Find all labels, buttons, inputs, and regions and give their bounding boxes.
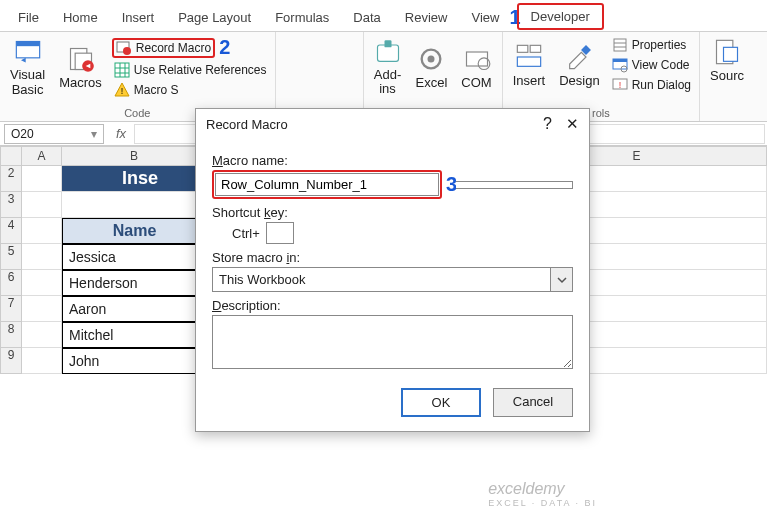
tab-pagelayout[interactable]: Page Layout xyxy=(166,6,263,29)
record-macro-label: Record Macro xyxy=(136,41,211,55)
tab-insert[interactable]: Insert xyxy=(110,6,167,29)
shortcut-prefix: Ctrl+ xyxy=(232,226,260,241)
source-icon xyxy=(713,38,741,66)
row-head[interactable]: 5 xyxy=(0,244,22,270)
cell[interactable] xyxy=(22,244,62,270)
visual-basic-label: Visual Basic xyxy=(10,68,45,97)
cell[interactable] xyxy=(22,218,62,244)
addins-button[interactable]: Add- ins xyxy=(370,36,406,99)
tab-data[interactable]: Data xyxy=(341,6,392,29)
addins-label: Add- ins xyxy=(374,68,401,97)
table-cell-name[interactable]: John xyxy=(62,348,207,374)
cell[interactable] xyxy=(22,270,62,296)
cell[interactable] xyxy=(22,296,62,322)
insert-control-button[interactable]: Insert xyxy=(509,36,550,94)
select-all-corner[interactable] xyxy=(0,146,22,166)
shortcut-label: Shortcut key: xyxy=(212,205,573,220)
row-head[interactable]: 4 xyxy=(0,218,22,244)
chevron-down-icon[interactable] xyxy=(550,268,572,291)
design-mode-button[interactable]: Design xyxy=(555,36,603,94)
macro-security-button[interactable]: ! Macro S xyxy=(112,81,269,99)
design-label: Design xyxy=(559,73,599,88)
row-head[interactable]: 6 xyxy=(0,270,22,296)
table-header-name[interactable]: Name xyxy=(62,218,207,244)
insert-control-label: Insert xyxy=(513,73,546,88)
fx-icon[interactable]: fx xyxy=(108,126,134,141)
row-head[interactable]: 8 xyxy=(0,322,22,348)
run-dialog-button[interactable]: ! Run Dialog xyxy=(610,76,693,94)
tab-home[interactable]: Home xyxy=(51,6,110,29)
row-head[interactable]: 2 xyxy=(0,166,22,192)
use-relative-refs-button[interactable]: Use Relative References xyxy=(112,61,269,79)
svg-point-16 xyxy=(428,55,435,62)
table-cell-name[interactable]: Henderson xyxy=(62,270,207,296)
macro-name-input[interactable] xyxy=(215,173,439,196)
tab-formulas[interactable]: Formulas xyxy=(263,6,341,29)
store-macro-value: This Workbook xyxy=(213,268,550,291)
name-box-value: O20 xyxy=(11,127,34,141)
design-icon xyxy=(565,43,593,71)
table-cell-name[interactable]: Aaron xyxy=(62,296,207,322)
tab-file[interactable]: File xyxy=(6,6,51,29)
tab-review[interactable]: Review xyxy=(393,6,460,29)
properties-icon xyxy=(612,37,628,53)
dialog-title: Record Macro xyxy=(206,117,288,132)
store-macro-combo[interactable]: This Workbook xyxy=(212,267,573,292)
ok-button[interactable]: OK xyxy=(401,388,481,417)
tab-view[interactable]: View xyxy=(459,6,511,29)
svg-rect-1 xyxy=(16,42,39,47)
row-head[interactable]: 7 xyxy=(0,296,22,322)
name-box[interactable]: O20 ▾ xyxy=(4,124,104,144)
svg-point-6 xyxy=(123,47,131,55)
tab-developer[interactable]: Developer xyxy=(517,3,604,30)
dialog-help-button[interactable]: ? xyxy=(543,115,552,133)
svg-rect-17 xyxy=(466,52,487,66)
cancel-button[interactable]: Cancel xyxy=(493,388,573,417)
svg-rect-13 xyxy=(377,45,398,61)
svg-rect-14 xyxy=(384,40,391,47)
svg-rect-23 xyxy=(614,39,626,51)
ribbon-group-xml: Sourc xyxy=(700,32,754,121)
source-button[interactable]: Sourc xyxy=(706,36,748,85)
svg-rect-7 xyxy=(115,63,129,77)
table-cell-name[interactable]: Jessica xyxy=(62,244,207,270)
dialog-close-button[interactable]: ✕ xyxy=(566,115,579,133)
run-dialog-icon: ! xyxy=(612,77,628,93)
cell[interactable] xyxy=(22,192,62,218)
relative-refs-label: Use Relative References xyxy=(134,63,267,77)
col-head-b[interactable]: B xyxy=(62,146,207,166)
com-addins-label: COM xyxy=(461,75,491,90)
com-addins-button[interactable]: COM xyxy=(457,36,495,99)
watermark: exceldemy EXCEL · DATA · BI xyxy=(488,480,597,508)
record-macro-dialog: Record Macro ? ✕ Macro name: 3 Shortcut … xyxy=(195,108,590,432)
insert-control-icon xyxy=(515,43,543,71)
svg-rect-32 xyxy=(724,47,738,61)
ribbon-tabs: File Home Insert Page Layout Formulas Da… xyxy=(0,0,767,32)
view-code-button[interactable]: View Code xyxy=(610,56,693,74)
svg-rect-19 xyxy=(517,45,528,52)
svg-rect-27 xyxy=(613,59,627,62)
cell[interactable] xyxy=(22,348,62,374)
description-label: Description: xyxy=(212,298,573,313)
properties-button[interactable]: Properties xyxy=(610,36,693,54)
cell[interactable] xyxy=(22,322,62,348)
col-head-a[interactable]: A xyxy=(22,146,62,166)
macro-name-input-extension[interactable] xyxy=(456,181,573,189)
shortcut-key-input[interactable] xyxy=(266,222,294,244)
visual-basic-icon xyxy=(14,38,42,66)
visual-basic-button[interactable]: Visual Basic xyxy=(6,36,49,99)
macros-button[interactable]: Macros xyxy=(55,36,106,99)
description-input[interactable] xyxy=(212,315,573,369)
table-cell-name[interactable]: Mitchel xyxy=(62,322,207,348)
cell[interactable] xyxy=(62,192,207,218)
view-code-label: View Code xyxy=(632,58,690,72)
run-dialog-label: Run Dialog xyxy=(632,78,691,92)
source-label: Sourc xyxy=(710,68,744,83)
name-box-dropdown-icon[interactable]: ▾ xyxy=(91,127,97,141)
record-macro-button[interactable]: Record Macro xyxy=(112,38,215,58)
excel-addins-button[interactable]: Excel xyxy=(412,36,452,99)
row-head[interactable]: 3 xyxy=(0,192,22,218)
cell[interactable] xyxy=(22,166,62,192)
row-head[interactable]: 9 xyxy=(0,348,22,374)
relative-refs-icon xyxy=(114,62,130,78)
